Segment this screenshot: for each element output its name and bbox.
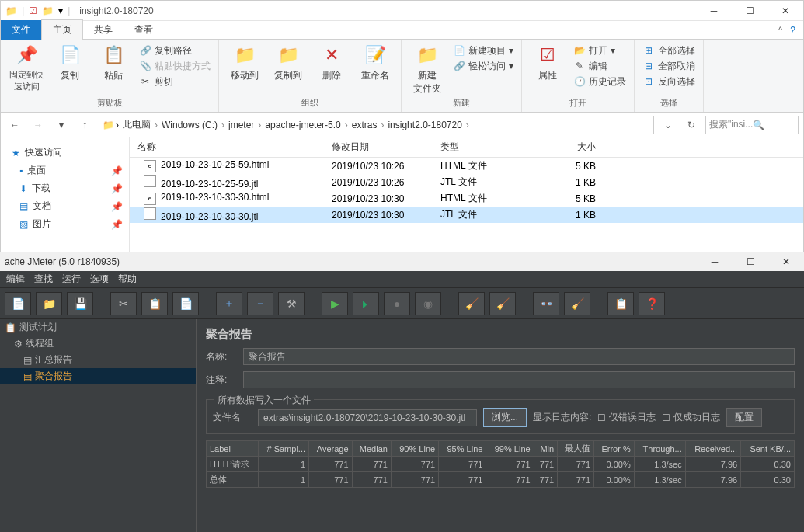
crumb[interactable]: jmeter — [226, 120, 256, 130]
recent-dropdown[interactable]: ▾ — [52, 116, 71, 134]
move-to-button[interactable]: 📁移动到 — [227, 43, 263, 82]
edit-button[interactable]: ✎编辑 — [573, 58, 626, 74]
col-name[interactable]: 名称 — [130, 141, 332, 154]
function-helper-button[interactable]: 📋 — [607, 292, 634, 315]
table-header[interactable]: 最大值 — [558, 441, 594, 457]
table-header[interactable]: 99% Line — [486, 441, 534, 457]
collapse-button[interactable]: － — [247, 292, 273, 315]
cut-button[interactable]: ✂剪切 — [139, 74, 211, 89]
crumb[interactable]: insight2.0-180720 — [385, 120, 464, 130]
open-button[interactable]: 📁 — [36, 292, 62, 315]
name-input[interactable] — [243, 348, 795, 365]
copy-button[interactable]: 📋 — [141, 292, 168, 315]
tree-item[interactable]: ▤汇总报告 — [0, 352, 196, 368]
easy-access-button[interactable]: 🔗轻松访问▾ — [453, 58, 513, 74]
invert-selection-button[interactable]: ⊡反向选择 — [642, 74, 695, 89]
table-header[interactable]: Through... — [634, 441, 685, 457]
close-button[interactable]: ✕ — [768, 252, 804, 272]
start-no-timers-button[interactable]: ⏵ — [353, 292, 379, 315]
sidebar-item[interactable]: ▪桌面📌 — [1, 162, 129, 179]
menu-item[interactable]: 选项 — [90, 273, 109, 286]
table-header[interactable]: Min — [534, 441, 558, 457]
cut-button[interactable]: ✂ — [110, 292, 137, 315]
table-header[interactable]: Error % — [594, 441, 635, 457]
table-header[interactable]: Received... — [685, 441, 740, 457]
expand-button[interactable]: ＋ — [216, 292, 242, 315]
search-button[interactable]: 👓 — [533, 292, 559, 315]
back-button[interactable]: ← — [5, 116, 24, 134]
tree-item[interactable]: ⚙线程组 — [0, 336, 196, 352]
table-header[interactable]: Label — [207, 441, 259, 457]
maximize-button[interactable]: ☐ — [732, 1, 767, 21]
maximize-button[interactable]: ☐ — [733, 252, 768, 272]
tree-item[interactable]: 📋测试计划 — [0, 319, 196, 336]
table-header[interactable]: Sent KB/... — [741, 441, 795, 457]
open-button[interactable]: 📂打开▾ — [573, 43, 626, 58]
copy-to-button[interactable]: 📁复制到 — [270, 43, 306, 82]
address-dropdown[interactable]: ⌄ — [659, 116, 677, 134]
table-header[interactable]: 90% Line — [391, 441, 438, 457]
stop-button[interactable]: ● — [384, 292, 410, 315]
properties-button[interactable]: ☑属性 — [530, 43, 566, 82]
save-button[interactable]: 💾 — [67, 292, 93, 315]
pin-button[interactable]: 📌固定到快 速访问 — [9, 43, 44, 92]
copy-path-button[interactable]: 🔗复制路径 — [139, 43, 211, 58]
crumb[interactable]: 此电脑 — [120, 118, 153, 131]
rename-button[interactable]: 📝重命名 — [357, 43, 393, 82]
table-header[interactable]: Median — [352, 441, 391, 457]
col-size[interactable]: 大小 — [534, 141, 596, 154]
configure-button[interactable]: 配置 — [726, 408, 762, 427]
table-row[interactable]: 总体17717717717717717717710.00%1.3/sec7.96… — [207, 472, 795, 488]
sidebar-item[interactable]: ▧图片📌 — [1, 215, 129, 233]
ribbon-collapse-icon[interactable]: ^ — [778, 25, 783, 36]
help-icon[interactable]: ? — [790, 25, 795, 36]
clear-all-button[interactable]: 🧹 — [489, 292, 516, 315]
select-all-button[interactable]: ⊞全部选择 — [642, 43, 695, 58]
menu-item[interactable]: 帮助 — [118, 273, 137, 286]
crumb[interactable]: apache-jmeter-5.0 — [263, 120, 343, 130]
file-row[interactable]: 2019-10-23-10-30-30.jtl2019/10/23 10:30J… — [130, 207, 803, 223]
history-button[interactable]: 🕐历史记录 — [573, 74, 626, 89]
table-header[interactable]: # Sampl... — [258, 441, 308, 457]
close-button[interactable]: ✕ — [767, 1, 803, 21]
copy-button[interactable]: 📄复制 — [52, 43, 88, 82]
check-icon[interactable]: ☑ — [29, 5, 37, 16]
search-input[interactable]: 搜索"insi... 🔍 — [705, 116, 799, 134]
new-button[interactable]: 📄 — [5, 292, 31, 315]
menu-item[interactable]: 运行 — [62, 273, 81, 286]
comment-input[interactable] — [243, 371, 795, 388]
tree-item[interactable]: ▤聚合报告 — [0, 368, 196, 384]
refresh-button[interactable]: ↻ — [682, 116, 701, 134]
minimize-button[interactable]: ─ — [696, 1, 732, 21]
up-button[interactable]: ↑ — [75, 116, 94, 134]
crumb[interactable]: Windows (C:) — [159, 120, 220, 130]
tab-file[interactable]: 文件 — [1, 20, 41, 40]
qat-overflow[interactable]: ▾ — [58, 5, 63, 16]
reset-search-button[interactable]: 🧹 — [564, 292, 590, 315]
start-button[interactable]: ▶ — [322, 292, 348, 315]
file-row[interactable]: e2019-10-23-10-25-59.html2019/10/23 10:2… — [130, 158, 803, 174]
help-button[interactable]: ❓ — [639, 292, 665, 315]
new-folder-button[interactable]: 📁新建 文件夹 — [409, 43, 445, 96]
sidebar-item[interactable]: ⬇下载📌 — [1, 179, 129, 197]
sidebar-item[interactable]: ▤文档📌 — [1, 197, 129, 215]
menu-item[interactable]: 编辑 — [6, 273, 25, 286]
col-type[interactable]: 类型 — [440, 141, 534, 154]
crumb[interactable]: extras — [350, 120, 380, 130]
paste-button[interactable]: 📋粘贴 — [96, 43, 131, 82]
shutdown-button[interactable]: ◉ — [415, 292, 441, 315]
sidebar-item[interactable]: ★快速访问 — [1, 144, 129, 162]
clear-button[interactable]: 🧹 — [458, 292, 485, 315]
errors-only-checkbox[interactable]: ☐仅错误日志 — [597, 411, 656, 424]
minimize-button[interactable]: ─ — [697, 252, 733, 272]
success-only-checkbox[interactable]: ☐仅成功日志 — [662, 411, 720, 424]
table-row[interactable]: HTTP请求17717717717717717717710.00%1.3/sec… — [207, 457, 795, 472]
filename-input[interactable] — [258, 409, 477, 426]
new-item-button[interactable]: 📄新建项目▾ — [453, 43, 513, 58]
table-header[interactable]: 95% Line — [439, 441, 486, 457]
toggle-button[interactable]: ⚒ — [278, 292, 305, 315]
tab-view[interactable]: 查看 — [124, 20, 164, 40]
tab-share[interactable]: 共享 — [83, 20, 124, 40]
select-none-button[interactable]: ⊟全部取消 — [642, 58, 695, 74]
table-header[interactable]: Average — [309, 441, 353, 457]
